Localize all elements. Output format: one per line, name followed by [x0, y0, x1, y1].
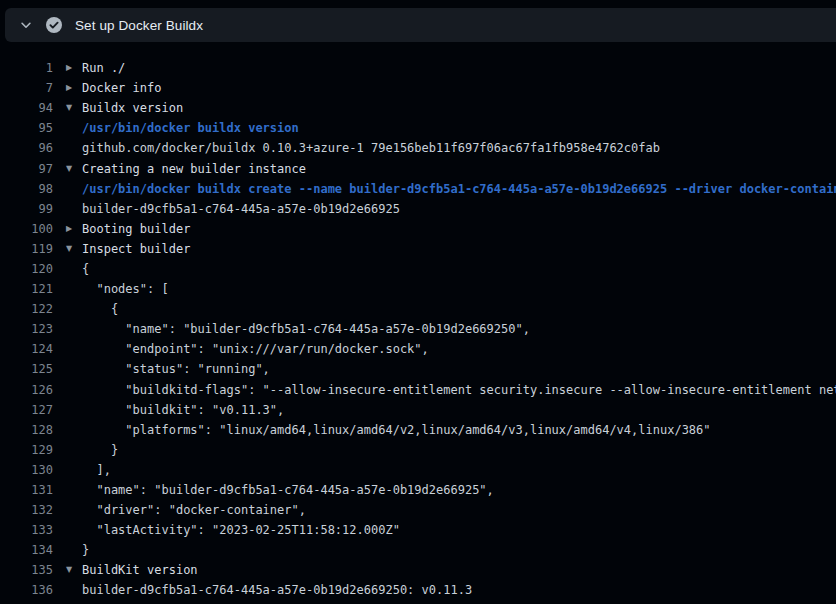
line-number[interactable]: 122 — [0, 302, 53, 316]
line-number[interactable]: 1 — [0, 61, 53, 75]
log-line: 128 "platforms": "linux/amd64,linux/amd6… — [0, 420, 836, 440]
group-expanded-icon[interactable]: ▼ — [66, 104, 82, 112]
line-number[interactable]: 127 — [0, 403, 53, 417]
group-expanded-icon[interactable]: ▼ — [66, 245, 82, 253]
log-line: 1▶Run ./ — [0, 58, 836, 78]
group-expanded-icon[interactable]: ▼ — [66, 566, 82, 574]
log-line: 131 "name": "builder-d9cfb5a1-c764-445a-… — [0, 480, 836, 500]
log-output-text: { — [82, 262, 89, 276]
log-group-title[interactable]: Inspect builder — [82, 242, 190, 256]
log-line: 98/usr/bin/docker buildx create --name b… — [0, 179, 836, 199]
line-number[interactable]: 120 — [0, 262, 53, 276]
log-line: 129 } — [0, 440, 836, 460]
log-output-text: "driver": "docker-container", — [82, 503, 306, 517]
line-number[interactable]: 132 — [0, 503, 53, 517]
log-output-text: "buildkit": "v0.11.3", — [82, 403, 284, 417]
log-group-title[interactable]: Creating a new builder instance — [82, 162, 306, 176]
line-number[interactable]: 126 — [0, 383, 53, 397]
check-circle-icon — [45, 16, 63, 34]
line-number[interactable]: 128 — [0, 423, 53, 437]
line-number[interactable]: 129 — [0, 443, 53, 457]
log-output-text: builder-d9cfb5a1-c764-445a-a57e-0b19d2e6… — [82, 202, 400, 216]
line-number[interactable]: 99 — [0, 202, 53, 216]
log-group-title[interactable]: Run ./ — [82, 61, 125, 75]
log-line: 130 ], — [0, 460, 836, 480]
group-collapsed-icon[interactable]: ▶ — [66, 225, 82, 233]
log-line: 122 { — [0, 299, 836, 319]
log-line: 99builder-d9cfb5a1-c764-445a-a57e-0b19d2… — [0, 199, 836, 219]
log-output-text: builder-d9cfb5a1-c764-445a-a57e-0b19d2e6… — [82, 583, 472, 597]
line-number[interactable]: 130 — [0, 463, 53, 477]
log-line: 126 "buildkitd-flags": "--allow-insecure… — [0, 380, 836, 400]
log-output-text: "name": "builder-d9cfb5a1-c764-445a-a57e… — [82, 483, 494, 497]
log-output-text: "name": "builder-d9cfb5a1-c764-445a-a57e… — [82, 322, 530, 336]
log-line: 135▼BuildKit version — [0, 560, 836, 580]
line-number[interactable]: 135 — [0, 563, 53, 577]
line-number[interactable]: 7 — [0, 81, 53, 95]
log-line: 132 "driver": "docker-container", — [0, 500, 836, 520]
log-output-text: } — [82, 443, 118, 457]
line-number[interactable]: 121 — [0, 282, 53, 296]
log-line: 7▶Docker info — [0, 78, 836, 98]
group-collapsed-icon[interactable]: ▶ — [66, 84, 82, 92]
log-group-title[interactable]: Docker info — [82, 81, 161, 95]
line-number[interactable]: 100 — [0, 222, 53, 236]
log-line: 100▶Booting builder — [0, 219, 836, 239]
line-number[interactable]: 133 — [0, 523, 53, 537]
line-number[interactable]: 98 — [0, 182, 53, 196]
line-number[interactable]: 97 — [0, 162, 53, 176]
log-line: 119▼Inspect builder — [0, 239, 836, 259]
line-number[interactable]: 119 — [0, 242, 53, 256]
line-number[interactable]: 125 — [0, 362, 53, 376]
log-line: 123 "name": "builder-d9cfb5a1-c764-445a-… — [0, 319, 836, 339]
line-number[interactable]: 131 — [0, 483, 53, 497]
log-line: 125 "status": "running", — [0, 359, 836, 379]
log-line: 97▼Creating a new builder instance — [0, 158, 836, 178]
group-collapsed-icon[interactable]: ▶ — [66, 64, 82, 72]
log-output-text: "endpoint": "unix:///var/run/docker.sock… — [82, 342, 429, 356]
log-line: 136builder-d9cfb5a1-c764-445a-a57e-0b19d… — [0, 580, 836, 600]
step-header[interactable]: Set up Docker Buildx — [5, 8, 836, 42]
log-output-text: "lastActivity": "2023-02-25T11:58:12.000… — [82, 523, 400, 537]
chevron-down-icon[interactable] — [18, 17, 34, 33]
log-line: 95/usr/bin/docker buildx version — [0, 118, 836, 138]
log-output-text: ], — [82, 463, 111, 477]
log-line: 133 "lastActivity": "2023-02-25T11:58:12… — [0, 520, 836, 540]
log-group-title[interactable]: Booting builder — [82, 222, 190, 236]
log-output-text: "platforms": "linux/amd64,linux/amd64/v2… — [82, 423, 711, 437]
log-output-text: "status": "running", — [82, 362, 270, 376]
line-number[interactable]: 124 — [0, 342, 53, 356]
log-group-title[interactable]: BuildKit version — [82, 563, 198, 577]
log-output-text: "nodes": [ — [82, 282, 169, 296]
line-number[interactable]: 94 — [0, 101, 53, 115]
log-line: 127 "buildkit": "v0.11.3", — [0, 400, 836, 420]
log-line: 94▼Buildx version — [0, 98, 836, 118]
group-expanded-icon[interactable]: ▼ — [66, 165, 82, 173]
log-line: 96github.com/docker/buildx 0.10.3+azure-… — [0, 138, 836, 158]
log-line: 120{ — [0, 259, 836, 279]
log-output-text: github.com/docker/buildx 0.10.3+azure-1 … — [82, 141, 660, 155]
step-title: Set up Docker Buildx — [75, 18, 203, 33]
log-output: 1▶Run ./7▶Docker info94▼Buildx version95… — [0, 58, 836, 601]
line-number[interactable]: 95 — [0, 121, 53, 135]
log-output-text: { — [82, 302, 118, 316]
log-output-text: } — [82, 543, 89, 557]
log-line: 134} — [0, 540, 836, 560]
line-number[interactable]: 96 — [0, 141, 53, 155]
log-command-text: /usr/bin/docker buildx create --name bui… — [82, 182, 836, 196]
log-line: 124 "endpoint": "unix:///var/run/docker.… — [0, 339, 836, 359]
line-number[interactable]: 134 — [0, 543, 53, 557]
line-number[interactable]: 123 — [0, 322, 53, 336]
log-line: 121 "nodes": [ — [0, 279, 836, 299]
log-command-text: /usr/bin/docker buildx version — [82, 121, 299, 135]
line-number[interactable]: 136 — [0, 583, 53, 597]
log-group-title[interactable]: Buildx version — [82, 101, 183, 115]
log-output-text: "buildkitd-flags": "--allow-insecure-ent… — [82, 383, 836, 397]
